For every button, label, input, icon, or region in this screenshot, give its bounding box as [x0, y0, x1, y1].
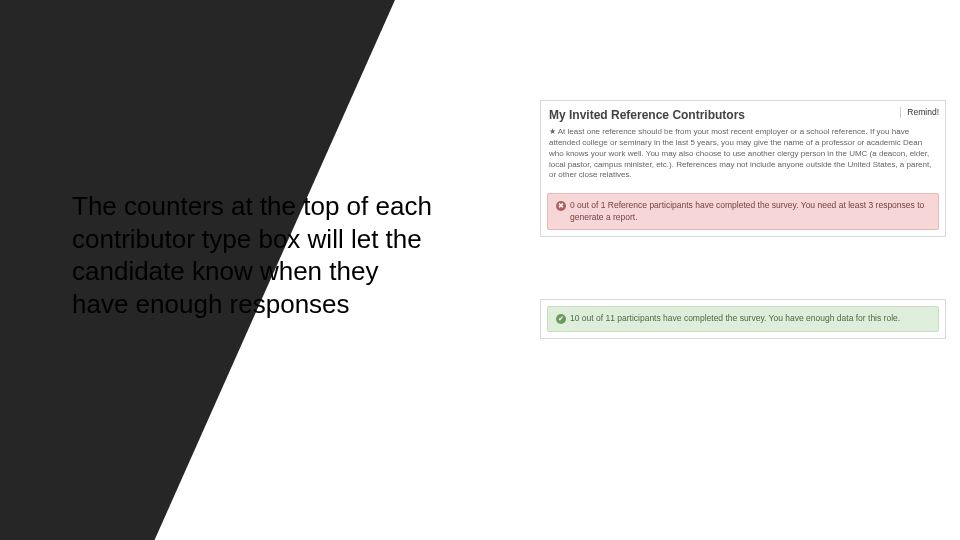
insufficient-responses-text: 0 out of 1 Reference participants have c…	[570, 200, 930, 223]
description-lead-icon: ★	[549, 127, 556, 136]
contributors-card-header: My Invited Reference Contributors Remind…	[541, 101, 945, 127]
contributors-card-description: ★ At least one reference should be from …	[541, 127, 945, 187]
sufficient-responses-alert: ✔ 10 out of 11 participants have complet…	[547, 306, 939, 331]
insufficient-responses-alert: ✖ 0 out of 1 Reference participants have…	[547, 193, 939, 230]
remind-button[interactable]: Remind!	[900, 107, 939, 118]
slide-caption: The counters at the top of each contribu…	[72, 190, 432, 320]
description-text: At least one reference should be from yo…	[549, 127, 931, 179]
check-icon: ✔	[556, 314, 566, 324]
sufficient-responses-text: 10 out of 11 participants have completed…	[570, 313, 900, 324]
success-card: ✔ 10 out of 11 participants have complet…	[540, 299, 946, 338]
error-icon: ✖	[556, 201, 566, 211]
screenshot-panel-area: My Invited Reference Contributors Remind…	[540, 100, 946, 339]
contributors-card-title: My Invited Reference Contributors	[549, 108, 745, 122]
contributors-card: My Invited Reference Contributors Remind…	[540, 100, 946, 237]
